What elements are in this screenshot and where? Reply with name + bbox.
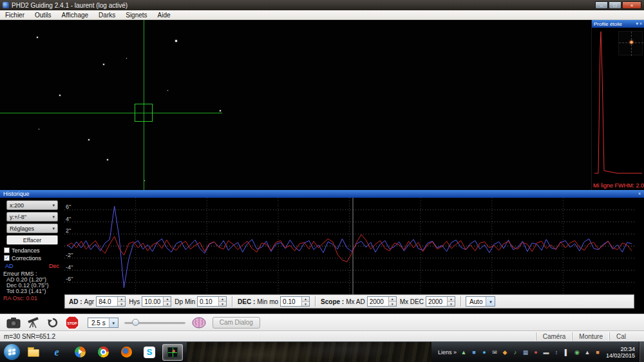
tray-icon-7[interactable]: ▦: [521, 348, 530, 357]
history-close-icon[interactable]: ×: [638, 191, 641, 197]
clear-button[interactable]: Effacer: [6, 235, 58, 245]
tray-icon-6[interactable]: ♪: [511, 348, 520, 357]
star[interactable]: [88, 139, 90, 140]
brain-icon: [191, 316, 207, 329]
y-scale-dropdown[interactable]: y:+/-8'' ▾: [6, 212, 58, 222]
tray-icon-4[interactable]: ✉: [490, 348, 499, 357]
tray-icon-13[interactable]: ▲: [583, 348, 592, 357]
star[interactable]: [175, 40, 177, 42]
tray-icon-8[interactable]: ●: [531, 348, 540, 357]
links-toolbar-label[interactable]: Liens »: [438, 349, 457, 356]
slider-thumb[interactable]: [132, 319, 139, 326]
tray-icon-10[interactable]: ↕: [552, 348, 561, 357]
telescope-connect-button[interactable]: [26, 317, 41, 329]
spinner-up-icon[interactable]: ▲: [389, 297, 396, 302]
exposure-dropdown[interactable]: 2.5 s ▾: [88, 318, 118, 328]
taskbar-app-skype[interactable]: S: [139, 344, 160, 361]
spinner-down-icon[interactable]: ▼: [389, 302, 396, 307]
spinner-up-icon[interactable]: ▲: [164, 297, 171, 302]
star[interactable]: [167, 90, 168, 91]
spinner-up-icon[interactable]: ▲: [302, 297, 309, 302]
menu-affichage[interactable]: Affichage: [57, 11, 94, 19]
menu-aide[interactable]: Aide: [153, 11, 176, 19]
star[interactable]: [144, 180, 145, 181]
camera-connect-button[interactable]: [6, 317, 21, 329]
settings-dropdown[interactable]: Réglages ▾: [6, 224, 58, 233]
star-profile-titlebar[interactable]: Profile étoile ▾ ×: [592, 20, 644, 28]
spinner-up-icon[interactable]: ▲: [448, 297, 455, 302]
stop-button[interactable]: STOP: [65, 316, 79, 330]
gamma-slider[interactable]: [124, 318, 185, 328]
tray-icon-2[interactable]: ■: [469, 348, 478, 357]
menu-fichier[interactable]: Fichier: [0, 11, 30, 19]
menu-signets[interactable]: Signets: [120, 11, 152, 19]
spinner-up-icon[interactable]: ▲: [219, 297, 226, 302]
taskbar-clock[interactable]: 20:34 14/02/2015: [606, 346, 635, 359]
telescope-icon: [26, 317, 41, 329]
y-axis-label: -6'': [66, 276, 73, 282]
spinner-down-icon[interactable]: ▼: [448, 302, 455, 307]
spinner-mx-ad[interactable]: 2000▲▼: [367, 296, 397, 307]
spinner-down-icon[interactable]: ▼: [164, 302, 171, 307]
spinner-down-icon[interactable]: ▼: [302, 302, 309, 307]
start-button[interactable]: [4, 344, 20, 360]
star[interactable]: [103, 64, 104, 65]
corrections-checkbox[interactable]: ✓: [4, 255, 10, 261]
spinner-down-icon[interactable]: ▼: [219, 302, 226, 307]
spinner-up-icon[interactable]: ▲: [118, 297, 125, 302]
minimize-button[interactable]: –: [595, 1, 608, 9]
trend-checkbox-row[interactable]: Tendances: [4, 247, 64, 254]
taskbar-app-chrome[interactable]: [93, 344, 113, 361]
taskbar-app-media-player[interactable]: [70, 344, 90, 361]
star[interactable]: [59, 95, 61, 96]
panel-close-icon[interactable]: ×: [639, 21, 642, 27]
series-Dec: [67, 234, 632, 262]
spinner-min-mo[interactable]: 0.10▲▼: [280, 296, 310, 307]
panel-pin-icon[interactable]: ▾: [636, 21, 638, 27]
star[interactable]: [37, 37, 38, 38]
tray-icon-5[interactable]: ◆: [500, 348, 509, 357]
star-field[interactable]: [0, 20, 591, 190]
menu-outils[interactable]: Outils: [30, 11, 57, 19]
trend-checkbox[interactable]: [4, 247, 10, 253]
guide-control: Scope :Mx AD2000▲▼: [321, 296, 397, 307]
fwhm-readout: Mi ligne FWHM: 2.0: [593, 182, 644, 189]
spinner-down-icon[interactable]: ▼: [118, 302, 125, 307]
x-scale-dropdown[interactable]: x:200 ▾: [6, 200, 58, 210]
window-titlebar[interactable]: PHD2 Guiding 2.4.1 - laurent (log activé…: [0, 0, 644, 10]
history-graph-area[interactable]: 6''4''2''-2''-4''-6'': [64, 198, 634, 294]
tray-icon-12[interactable]: ◉: [573, 348, 582, 357]
spinner-agr[interactable]: 84.0▲▼: [96, 296, 126, 307]
spinner-hys[interactable]: 10.00▲▼: [142, 296, 171, 307]
tray-icon-1[interactable]: ▲: [459, 348, 468, 357]
dec-mode-dropdown[interactable]: Auto ▾: [466, 296, 496, 307]
maximize-button[interactable]: □: [609, 1, 621, 9]
tray-icon-3[interactable]: ●: [480, 348, 489, 357]
taskbar-app-internet-explorer[interactable]: e: [46, 344, 67, 361]
loop-exposures-button[interactable]: [46, 317, 59, 329]
corrections-checkbox-row[interactable]: ✓ Corrections: [4, 254, 64, 262]
star-profile-title: Profile étoile: [594, 21, 634, 27]
spinner-mx-dec[interactable]: 2000▲▼: [426, 296, 455, 307]
star[interactable]: [39, 129, 39, 129]
tray-icon-9[interactable]: ▬: [542, 348, 551, 357]
star[interactable]: [107, 159, 108, 160]
history-titlebar[interactable]: Historique ×: [0, 190, 644, 198]
advanced-settings-button[interactable]: [191, 316, 207, 329]
taskbar-app-explorer[interactable]: [23, 344, 44, 361]
show-desktop-button[interactable]: [639, 342, 644, 362]
cam-dialog-button[interactable]: Cam Dialog: [213, 317, 260, 329]
spinner-dp-min[interactable]: 0.10▲▼: [197, 296, 227, 307]
taskbar-app-firefox[interactable]: [116, 344, 137, 361]
guide-control: Dp Min0.10▲▼: [175, 296, 227, 307]
spinner-value: 2000: [368, 297, 388, 306]
taskbar-apps: eS: [23, 344, 183, 361]
star[interactable]: [126, 58, 127, 59]
star[interactable]: [220, 110, 221, 111]
taskbar-app-phd2[interactable]: [162, 344, 183, 361]
tray-icon-14[interactable]: ■: [593, 348, 602, 357]
loop-icon: [46, 317, 59, 329]
close-button[interactable]: ×: [622, 1, 641, 9]
tray-icon-11[interactable]: ▌: [562, 348, 571, 357]
menu-darks[interactable]: Darks: [93, 11, 120, 19]
